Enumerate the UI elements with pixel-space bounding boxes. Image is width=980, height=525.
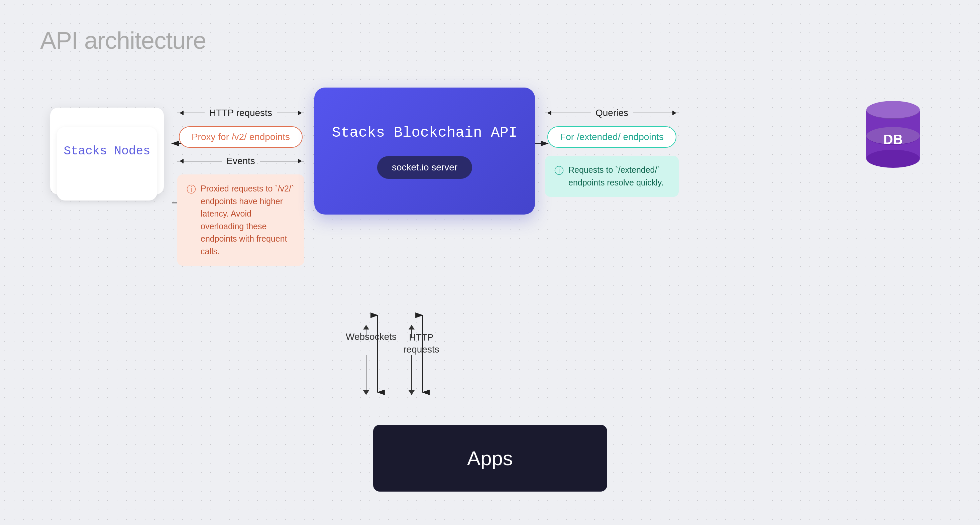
stacks-nodes-card: Stacks Nodes [50,108,164,195]
events-arrow: Events [177,156,304,167]
queries-label: Queries [591,108,633,118]
api-card: Stacks Blockchain API socket.io server [314,87,535,214]
queries-section: Queries For /extended/ endpoints ⓘ Reque… [545,108,679,197]
diagram: Stacks Nodes HTTP requests Proxy for /v2… [40,81,940,498]
api-title: Stacks Blockchain API [332,123,518,142]
db-label: DB [883,132,903,147]
http-bottom-arrow-up [411,325,412,338]
http-requests-bottom-label: HTTPrequests [395,331,448,356]
apps-label: Apps [467,447,513,470]
info-text: Requests to `/extended/` endpoints resol… [568,164,670,189]
teal-badge: For /extended/ endpoints [547,126,676,148]
info-icon: ⓘ [554,164,564,177]
db-wrapper: DB [866,101,920,178]
proxy-badge: Proxy for /v2/ endpoints [179,126,302,148]
websocket-arrow-up [366,325,366,338]
websockets-label: Websockets [344,331,398,342]
http-requests-label: HTTP requests [205,108,277,118]
queries-arrow: Queries [545,108,679,118]
teal-info-box: ⓘ Requests to `/extended/` endpoints res… [545,156,679,197]
warning-box: ⓘ Proxied requests to `/v2/` endpoints h… [177,174,304,266]
page: API architecture [0,0,980,525]
socket-badge: socket.io server [377,156,472,179]
stacks-nodes-card-wrapper: Stacks Nodes [50,108,164,195]
page-title: API architecture [40,27,206,54]
db-icon: DB [866,101,920,178]
warning-text: Proxied requests to `/v2/` endpoints hav… [200,182,295,258]
http-requests-section: HTTP requests Proxy for /v2/ endpoints E… [177,108,304,266]
events-label: Events [222,156,260,167]
api-card-wrapper: Stacks Blockchain API socket.io server [314,87,535,214]
http-bottom-arrow-down [411,355,412,395]
http-requests-arrow: HTTP requests [177,108,304,118]
stacks-nodes-label: Stacks Nodes [64,144,150,158]
apps-box-wrapper: Apps [373,425,607,492]
websocket-arrow-down [366,355,366,395]
apps-box: Apps [373,425,607,492]
warning-icon: ⓘ [186,183,196,196]
